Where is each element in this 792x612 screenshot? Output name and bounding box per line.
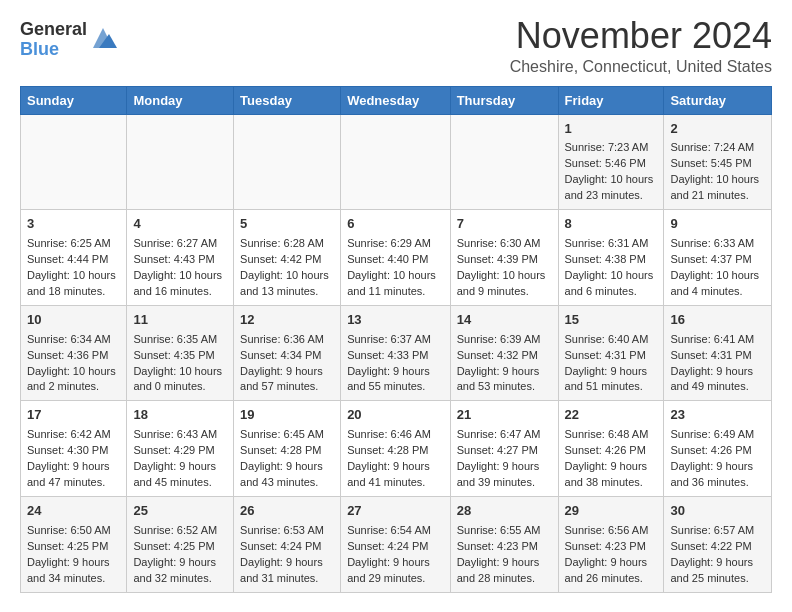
day-detail: Daylight: 9 hours [133,460,216,472]
calendar-day-cell: 30Sunrise: 6:57 AMSunset: 4:22 PMDayligh… [664,496,772,592]
day-detail: and 34 minutes. [27,572,105,584]
calendar-week-row: 3Sunrise: 6:25 AMSunset: 4:44 PMDaylight… [21,210,772,306]
day-detail: Sunset: 5:46 PM [565,157,646,169]
day-detail: Sunset: 4:37 PM [670,253,751,265]
calendar-day-cell: 6Sunrise: 6:29 AMSunset: 4:40 PMDaylight… [341,210,451,306]
day-detail: and 13 minutes. [240,285,318,297]
day-detail: Sunset: 4:32 PM [457,349,538,361]
day-detail: Sunrise: 6:37 AM [347,333,431,345]
calendar-week-row: 24Sunrise: 6:50 AMSunset: 4:25 PMDayligh… [21,496,772,592]
day-number: 28 [457,502,552,521]
weekday-header-cell: Monday [127,86,234,114]
weekday-header-cell: Friday [558,86,664,114]
calendar-day-cell: 2Sunrise: 7:24 AMSunset: 5:45 PMDaylight… [664,114,772,210]
day-detail: Sunrise: 6:50 AM [27,524,111,536]
day-detail: and 9 minutes. [457,285,529,297]
calendar-day-cell: 7Sunrise: 6:30 AMSunset: 4:39 PMDaylight… [450,210,558,306]
day-detail: and 31 minutes. [240,572,318,584]
logo-container: General Blue [20,20,117,60]
day-detail: Sunrise: 7:23 AM [565,141,649,153]
day-detail: Sunrise: 6:27 AM [133,237,217,249]
weekday-header-cell: Wednesday [341,86,451,114]
day-detail: and 2 minutes. [27,380,99,392]
calendar-day-cell [341,114,451,210]
day-number: 6 [347,215,444,234]
day-detail: Daylight: 10 hours [670,173,759,185]
day-detail: Sunrise: 6:28 AM [240,237,324,249]
calendar-day-cell: 27Sunrise: 6:54 AMSunset: 4:24 PMDayligh… [341,496,451,592]
day-detail: and 16 minutes. [133,285,211,297]
day-number: 24 [27,502,120,521]
day-detail: Sunrise: 6:29 AM [347,237,431,249]
calendar-day-cell: 8Sunrise: 6:31 AMSunset: 4:38 PMDaylight… [558,210,664,306]
calendar-day-cell: 12Sunrise: 6:36 AMSunset: 4:34 PMDayligh… [234,305,341,401]
day-detail: Daylight: 9 hours [133,556,216,568]
day-detail: Sunrise: 6:56 AM [565,524,649,536]
day-detail: Sunrise: 7:24 AM [670,141,754,153]
day-detail: Sunset: 4:34 PM [240,349,321,361]
calendar-day-cell: 20Sunrise: 6:46 AMSunset: 4:28 PMDayligh… [341,401,451,497]
day-number: 4 [133,215,227,234]
day-number: 30 [670,502,765,521]
calendar-table: SundayMondayTuesdayWednesdayThursdayFrid… [20,86,772,593]
location-title: Cheshire, Connecticut, United States [510,58,772,76]
day-number: 20 [347,406,444,425]
day-detail: and 47 minutes. [27,476,105,488]
calendar-day-cell [450,114,558,210]
calendar-week-row: 1Sunrise: 7:23 AMSunset: 5:46 PMDaylight… [21,114,772,210]
title-section: November 2024 Cheshire, Connecticut, Uni… [510,16,772,76]
calendar-day-cell: 5Sunrise: 6:28 AMSunset: 4:42 PMDaylight… [234,210,341,306]
day-detail: and 57 minutes. [240,380,318,392]
weekday-header-cell: Tuesday [234,86,341,114]
day-number: 13 [347,311,444,330]
day-detail: Daylight: 10 hours [240,269,329,281]
calendar-day-cell: 10Sunrise: 6:34 AMSunset: 4:36 PMDayligh… [21,305,127,401]
day-detail: and 0 minutes. [133,380,205,392]
day-number: 12 [240,311,334,330]
day-detail: Sunset: 4:31 PM [565,349,646,361]
day-detail: Daylight: 10 hours [347,269,436,281]
day-number: 19 [240,406,334,425]
day-detail: Sunrise: 6:47 AM [457,428,541,440]
calendar-day-cell [21,114,127,210]
day-detail: Sunset: 4:24 PM [347,540,428,552]
day-detail: and 38 minutes. [565,476,643,488]
day-detail: and 51 minutes. [565,380,643,392]
day-detail: Daylight: 10 hours [457,269,546,281]
day-detail: Sunset: 4:43 PM [133,253,214,265]
day-number: 10 [27,311,120,330]
day-detail: Daylight: 9 hours [457,365,540,377]
calendar-day-cell: 13Sunrise: 6:37 AMSunset: 4:33 PMDayligh… [341,305,451,401]
day-detail: Sunset: 4:25 PM [133,540,214,552]
day-detail: Sunset: 4:22 PM [670,540,751,552]
calendar-day-cell: 25Sunrise: 6:52 AMSunset: 4:25 PMDayligh… [127,496,234,592]
day-detail: Sunrise: 6:34 AM [27,333,111,345]
day-detail: Sunrise: 6:35 AM [133,333,217,345]
day-detail: Daylight: 10 hours [133,365,222,377]
day-number: 17 [27,406,120,425]
day-detail: and 32 minutes. [133,572,211,584]
day-detail: Daylight: 9 hours [670,460,753,472]
day-detail: Sunset: 4:38 PM [565,253,646,265]
day-number: 14 [457,311,552,330]
logo-general: General Blue [20,20,87,60]
weekday-header-row: SundayMondayTuesdayWednesdayThursdayFrid… [21,86,772,114]
day-detail: Daylight: 9 hours [27,460,110,472]
day-detail: and 39 minutes. [457,476,535,488]
calendar-day-cell: 21Sunrise: 6:47 AMSunset: 4:27 PMDayligh… [450,401,558,497]
calendar-day-cell: 19Sunrise: 6:45 AMSunset: 4:28 PMDayligh… [234,401,341,497]
day-detail: Sunset: 4:27 PM [457,444,538,456]
day-detail: and 45 minutes. [133,476,211,488]
day-detail: and 18 minutes. [27,285,105,297]
day-number: 15 [565,311,658,330]
day-detail: Sunrise: 6:55 AM [457,524,541,536]
day-detail: Sunset: 4:26 PM [670,444,751,456]
calendar-day-cell [127,114,234,210]
day-detail: and 21 minutes. [670,189,748,201]
calendar-day-cell: 14Sunrise: 6:39 AMSunset: 4:32 PMDayligh… [450,305,558,401]
day-detail: Sunset: 5:45 PM [670,157,751,169]
day-detail: and 6 minutes. [565,285,637,297]
day-detail: and 41 minutes. [347,476,425,488]
day-number: 9 [670,215,765,234]
day-detail: Sunset: 4:33 PM [347,349,428,361]
